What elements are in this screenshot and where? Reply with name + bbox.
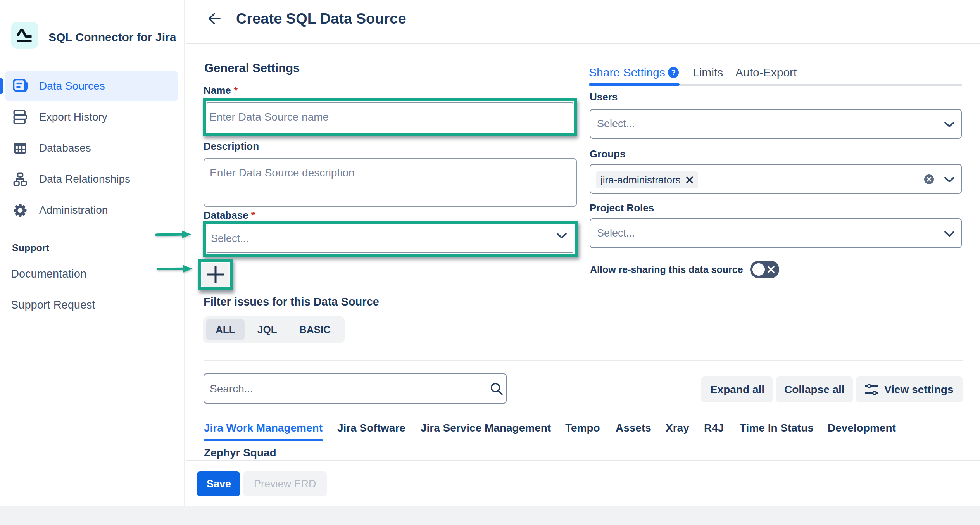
- svg-text:?: ?: [671, 68, 676, 76]
